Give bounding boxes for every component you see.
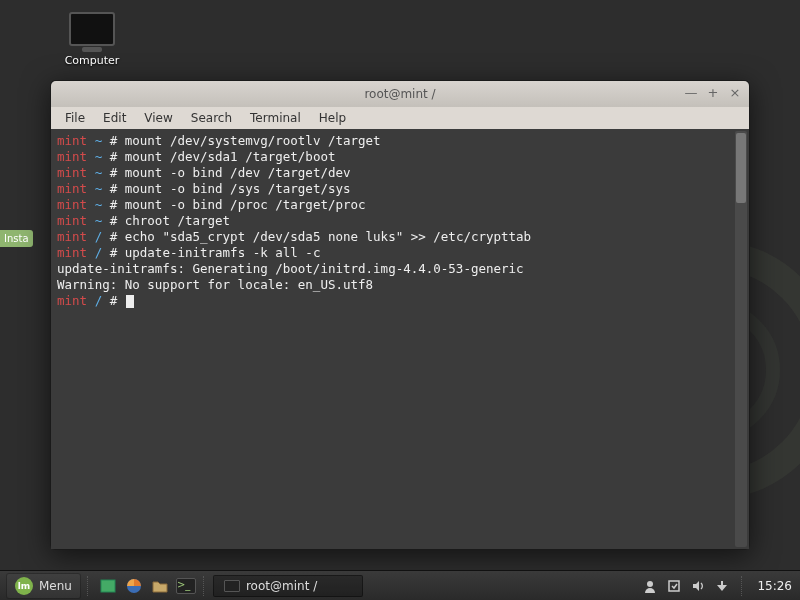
svg-rect-0 [101, 580, 115, 592]
firefox-launcher[interactable] [123, 575, 145, 597]
menu-edit[interactable]: Edit [95, 109, 134, 127]
terminal-line: mint ~ # mount /dev/sda1 /target/boot [57, 149, 743, 165]
menu-help[interactable]: Help [311, 109, 354, 127]
file-manager-launcher[interactable] [149, 575, 171, 597]
window-title: root@mint / [51, 87, 749, 101]
terminal-line: mint ~ # mount -o bind /sys /target/sys [57, 181, 743, 197]
terminal-output: update-initramfs: Generating /boot/initr… [57, 261, 743, 277]
mint-logo-icon [15, 577, 33, 595]
system-tray: 15:26 [643, 576, 794, 596]
taskbar-task-terminal[interactable]: root@mint / [213, 575, 363, 597]
menu-search[interactable]: Search [183, 109, 240, 127]
window-close-button[interactable]: × [727, 86, 743, 102]
user-icon[interactable] [643, 579, 657, 593]
terminal-scrollbar-thumb[interactable] [736, 133, 746, 203]
window-titlebar[interactable]: root@mint / — + × [51, 81, 749, 107]
terminal-launcher[interactable]: >_ [175, 575, 197, 597]
install-tab[interactable]: Insta [0, 230, 33, 247]
volume-icon[interactable] [691, 579, 705, 593]
terminal-cursor [126, 295, 134, 308]
terminal-output: Warning: No support for locale: en_US.ut… [57, 277, 743, 293]
menu-terminal[interactable]: Terminal [242, 109, 309, 127]
desktop-icon-label: Computer [56, 54, 128, 67]
terminal-line: mint ~ # mount -o bind /dev /target/dev [57, 165, 743, 181]
menu-file[interactable]: File [57, 109, 93, 127]
menu-view[interactable]: View [136, 109, 180, 127]
svg-point-2 [647, 581, 653, 587]
taskbar-task-label: root@mint / [246, 579, 317, 593]
terminal-icon [224, 580, 240, 592]
start-menu-button[interactable]: Menu [6, 573, 81, 599]
terminal-prompt[interactable]: mint / # [57, 293, 743, 309]
show-desktop-button[interactable] [97, 575, 119, 597]
terminal-line: mint / # echo "sda5_crypt /dev/sda5 none… [57, 229, 743, 245]
terminal-line: mint ~ # mount /dev/systemvg/rootlv /tar… [57, 133, 743, 149]
taskbar-separator [203, 576, 207, 596]
updates-icon[interactable] [667, 579, 681, 593]
taskbar: Menu >_ root@mint / 15:26 [0, 570, 800, 600]
terminal-body[interactable]: mint ~ # mount /dev/systemvg/rootlv /tar… [51, 129, 749, 549]
network-icon[interactable] [715, 579, 729, 593]
start-menu-label: Menu [39, 579, 72, 593]
taskbar-separator [741, 576, 745, 596]
monitor-icon [69, 12, 115, 46]
taskbar-separator [87, 576, 91, 596]
terminal-line: mint ~ # chroot /target [57, 213, 743, 229]
terminal-scrollbar[interactable] [735, 131, 747, 547]
svg-rect-3 [669, 581, 679, 591]
terminal-line: mint ~ # mount -o bind /proc /target/pro… [57, 197, 743, 213]
terminal-line: mint / # update-initramfs -k all -c [57, 245, 743, 261]
terminal-window: root@mint / — + × File Edit View Search … [50, 80, 750, 550]
window-minimize-button[interactable]: — [683, 86, 699, 102]
desktop-icon-computer[interactable]: Computer [56, 12, 128, 67]
window-maximize-button[interactable]: + [705, 86, 721, 102]
window-menubar: File Edit View Search Terminal Help [51, 107, 749, 129]
taskbar-clock[interactable]: 15:26 [757, 579, 792, 593]
